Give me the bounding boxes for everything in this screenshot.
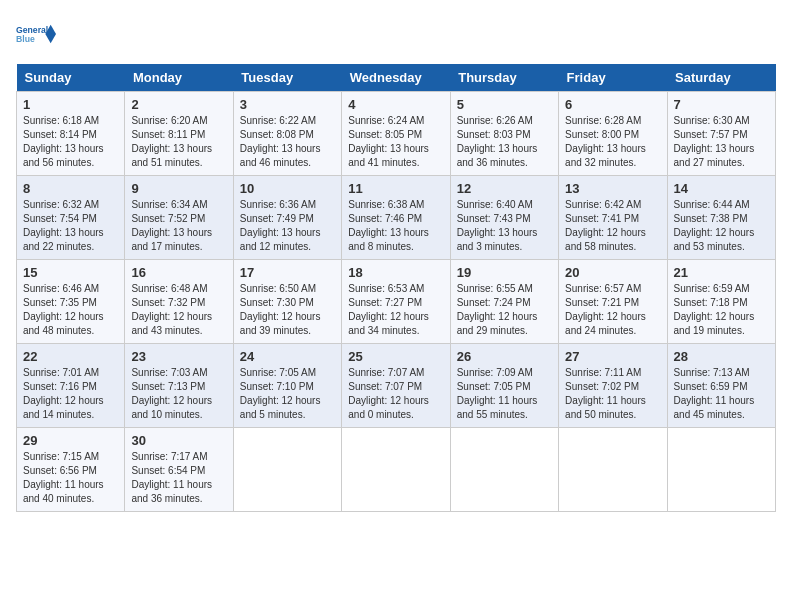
calendar-cell: 6Sunrise: 6:28 AM Sunset: 8:00 PM Daylig… bbox=[559, 92, 667, 176]
calendar-cell: 20Sunrise: 6:57 AM Sunset: 7:21 PM Dayli… bbox=[559, 260, 667, 344]
svg-text:Blue: Blue bbox=[16, 34, 35, 44]
day-info: Sunrise: 6:48 AM Sunset: 7:32 PM Dayligh… bbox=[131, 282, 226, 338]
day-number: 26 bbox=[457, 349, 552, 364]
logo-icon: General Blue bbox=[16, 16, 56, 52]
calendar-cell: 13Sunrise: 6:42 AM Sunset: 7:41 PM Dayli… bbox=[559, 176, 667, 260]
calendar-cell: 26Sunrise: 7:09 AM Sunset: 7:05 PM Dayli… bbox=[450, 344, 558, 428]
day-number: 13 bbox=[565, 181, 660, 196]
day-number: 17 bbox=[240, 265, 335, 280]
col-header-sunday: Sunday bbox=[17, 64, 125, 92]
day-info: Sunrise: 6:55 AM Sunset: 7:24 PM Dayligh… bbox=[457, 282, 552, 338]
day-number: 12 bbox=[457, 181, 552, 196]
day-number: 10 bbox=[240, 181, 335, 196]
day-info: Sunrise: 7:05 AM Sunset: 7:10 PM Dayligh… bbox=[240, 366, 335, 422]
day-number: 1 bbox=[23, 97, 118, 112]
calendar-cell: 19Sunrise: 6:55 AM Sunset: 7:24 PM Dayli… bbox=[450, 260, 558, 344]
calendar-week-row: 1Sunrise: 6:18 AM Sunset: 8:14 PM Daylig… bbox=[17, 92, 776, 176]
col-header-friday: Friday bbox=[559, 64, 667, 92]
calendar-cell: 28Sunrise: 7:13 AM Sunset: 6:59 PM Dayli… bbox=[667, 344, 775, 428]
day-info: Sunrise: 7:03 AM Sunset: 7:13 PM Dayligh… bbox=[131, 366, 226, 422]
calendar-cell bbox=[450, 428, 558, 512]
calendar-cell: 17Sunrise: 6:50 AM Sunset: 7:30 PM Dayli… bbox=[233, 260, 341, 344]
calendar-cell: 29Sunrise: 7:15 AM Sunset: 6:56 PM Dayli… bbox=[17, 428, 125, 512]
col-header-thursday: Thursday bbox=[450, 64, 558, 92]
day-number: 16 bbox=[131, 265, 226, 280]
logo: General Blue bbox=[16, 16, 56, 52]
day-info: Sunrise: 6:30 AM Sunset: 7:57 PM Dayligh… bbox=[674, 114, 769, 170]
day-info: Sunrise: 6:57 AM Sunset: 7:21 PM Dayligh… bbox=[565, 282, 660, 338]
calendar-cell: 25Sunrise: 7:07 AM Sunset: 7:07 PM Dayli… bbox=[342, 344, 450, 428]
calendar-cell bbox=[233, 428, 341, 512]
day-info: Sunrise: 6:44 AM Sunset: 7:38 PM Dayligh… bbox=[674, 198, 769, 254]
calendar-cell: 22Sunrise: 7:01 AM Sunset: 7:16 PM Dayli… bbox=[17, 344, 125, 428]
calendar-cell: 1Sunrise: 6:18 AM Sunset: 8:14 PM Daylig… bbox=[17, 92, 125, 176]
calendar-cell: 21Sunrise: 6:59 AM Sunset: 7:18 PM Dayli… bbox=[667, 260, 775, 344]
day-number: 2 bbox=[131, 97, 226, 112]
calendar-week-row: 29Sunrise: 7:15 AM Sunset: 6:56 PM Dayli… bbox=[17, 428, 776, 512]
day-info: Sunrise: 6:42 AM Sunset: 7:41 PM Dayligh… bbox=[565, 198, 660, 254]
col-header-monday: Monday bbox=[125, 64, 233, 92]
day-number: 14 bbox=[674, 181, 769, 196]
col-header-saturday: Saturday bbox=[667, 64, 775, 92]
calendar-week-row: 8Sunrise: 6:32 AM Sunset: 7:54 PM Daylig… bbox=[17, 176, 776, 260]
day-info: Sunrise: 7:13 AM Sunset: 6:59 PM Dayligh… bbox=[674, 366, 769, 422]
day-number: 15 bbox=[23, 265, 118, 280]
day-info: Sunrise: 7:07 AM Sunset: 7:07 PM Dayligh… bbox=[348, 366, 443, 422]
col-header-tuesday: Tuesday bbox=[233, 64, 341, 92]
day-number: 8 bbox=[23, 181, 118, 196]
day-number: 25 bbox=[348, 349, 443, 364]
calendar-cell: 15Sunrise: 6:46 AM Sunset: 7:35 PM Dayli… bbox=[17, 260, 125, 344]
calendar-cell: 10Sunrise: 6:36 AM Sunset: 7:49 PM Dayli… bbox=[233, 176, 341, 260]
day-number: 7 bbox=[674, 97, 769, 112]
col-header-wednesday: Wednesday bbox=[342, 64, 450, 92]
day-number: 27 bbox=[565, 349, 660, 364]
day-number: 3 bbox=[240, 97, 335, 112]
calendar-cell: 30Sunrise: 7:17 AM Sunset: 6:54 PM Dayli… bbox=[125, 428, 233, 512]
day-info: Sunrise: 6:34 AM Sunset: 7:52 PM Dayligh… bbox=[131, 198, 226, 254]
calendar-cell: 7Sunrise: 6:30 AM Sunset: 7:57 PM Daylig… bbox=[667, 92, 775, 176]
calendar-cell: 4Sunrise: 6:24 AM Sunset: 8:05 PM Daylig… bbox=[342, 92, 450, 176]
day-info: Sunrise: 7:11 AM Sunset: 7:02 PM Dayligh… bbox=[565, 366, 660, 422]
calendar-cell: 18Sunrise: 6:53 AM Sunset: 7:27 PM Dayli… bbox=[342, 260, 450, 344]
day-info: Sunrise: 6:28 AM Sunset: 8:00 PM Dayligh… bbox=[565, 114, 660, 170]
day-number: 4 bbox=[348, 97, 443, 112]
day-number: 30 bbox=[131, 433, 226, 448]
day-info: Sunrise: 6:18 AM Sunset: 8:14 PM Dayligh… bbox=[23, 114, 118, 170]
day-info: Sunrise: 6:59 AM Sunset: 7:18 PM Dayligh… bbox=[674, 282, 769, 338]
calendar-cell: 5Sunrise: 6:26 AM Sunset: 8:03 PM Daylig… bbox=[450, 92, 558, 176]
svg-text:General: General bbox=[16, 25, 48, 35]
calendar-cell bbox=[667, 428, 775, 512]
day-info: Sunrise: 6:38 AM Sunset: 7:46 PM Dayligh… bbox=[348, 198, 443, 254]
calendar-cell: 16Sunrise: 6:48 AM Sunset: 7:32 PM Dayli… bbox=[125, 260, 233, 344]
day-number: 5 bbox=[457, 97, 552, 112]
calendar-cell: 2Sunrise: 6:20 AM Sunset: 8:11 PM Daylig… bbox=[125, 92, 233, 176]
day-info: Sunrise: 7:01 AM Sunset: 7:16 PM Dayligh… bbox=[23, 366, 118, 422]
day-info: Sunrise: 6:46 AM Sunset: 7:35 PM Dayligh… bbox=[23, 282, 118, 338]
day-number: 9 bbox=[131, 181, 226, 196]
calendar-cell bbox=[342, 428, 450, 512]
calendar-cell: 14Sunrise: 6:44 AM Sunset: 7:38 PM Dayli… bbox=[667, 176, 775, 260]
calendar-table: SundayMondayTuesdayWednesdayThursdayFrid… bbox=[16, 64, 776, 512]
day-info: Sunrise: 7:09 AM Sunset: 7:05 PM Dayligh… bbox=[457, 366, 552, 422]
calendar-cell: 3Sunrise: 6:22 AM Sunset: 8:08 PM Daylig… bbox=[233, 92, 341, 176]
day-number: 28 bbox=[674, 349, 769, 364]
day-number: 24 bbox=[240, 349, 335, 364]
day-info: Sunrise: 6:50 AM Sunset: 7:30 PM Dayligh… bbox=[240, 282, 335, 338]
calendar-cell: 24Sunrise: 7:05 AM Sunset: 7:10 PM Dayli… bbox=[233, 344, 341, 428]
calendar-header-row: SundayMondayTuesdayWednesdayThursdayFrid… bbox=[17, 64, 776, 92]
day-info: Sunrise: 6:22 AM Sunset: 8:08 PM Dayligh… bbox=[240, 114, 335, 170]
day-number: 29 bbox=[23, 433, 118, 448]
calendar-cell: 12Sunrise: 6:40 AM Sunset: 7:43 PM Dayli… bbox=[450, 176, 558, 260]
day-number: 11 bbox=[348, 181, 443, 196]
page-header: General Blue bbox=[16, 16, 776, 52]
day-number: 18 bbox=[348, 265, 443, 280]
calendar-cell: 23Sunrise: 7:03 AM Sunset: 7:13 PM Dayli… bbox=[125, 344, 233, 428]
day-info: Sunrise: 7:17 AM Sunset: 6:54 PM Dayligh… bbox=[131, 450, 226, 506]
day-number: 23 bbox=[131, 349, 226, 364]
day-info: Sunrise: 6:40 AM Sunset: 7:43 PM Dayligh… bbox=[457, 198, 552, 254]
day-info: Sunrise: 6:20 AM Sunset: 8:11 PM Dayligh… bbox=[131, 114, 226, 170]
day-info: Sunrise: 6:24 AM Sunset: 8:05 PM Dayligh… bbox=[348, 114, 443, 170]
day-number: 22 bbox=[23, 349, 118, 364]
calendar-cell: 11Sunrise: 6:38 AM Sunset: 7:46 PM Dayli… bbox=[342, 176, 450, 260]
calendar-cell bbox=[559, 428, 667, 512]
